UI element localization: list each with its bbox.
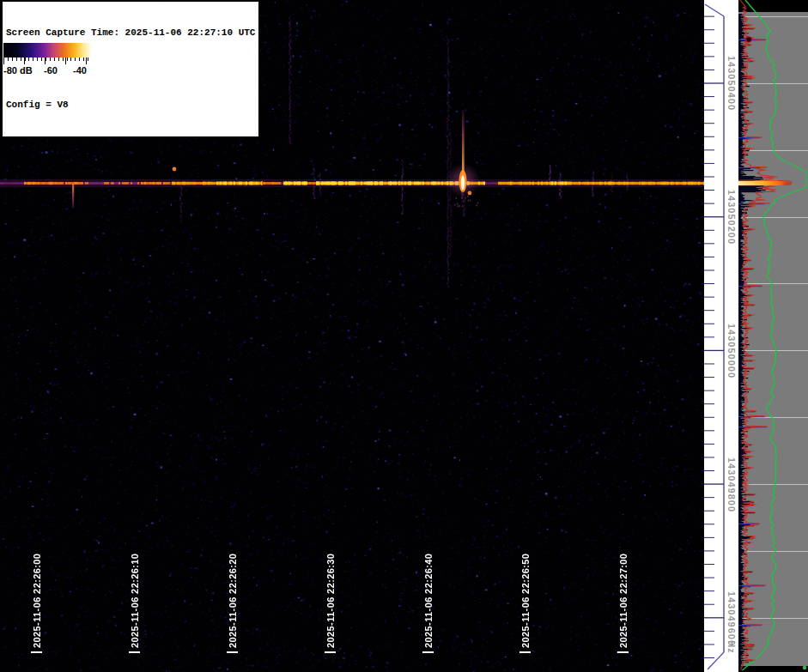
frequency-unit-label: Hz (726, 640, 737, 653)
frequency-tick-label: 143049800 (726, 457, 737, 512)
time-tick-label: 2025-11-06 22:26:30 (325, 554, 336, 648)
frequency-tick-label: 143050000 (726, 324, 737, 378)
time-tick-label: 2025-11-06 22:26:00 (32, 554, 42, 648)
colorbar-ruler-ticks (3, 58, 92, 64)
time-tick-label: 2025-11-06 22:26:40 (423, 554, 434, 648)
time-tick-mark (325, 651, 336, 653)
colorbar-label-mid: -60 (44, 65, 58, 76)
spectrogram-app-window: 2025-11-06 22:26:002025-11-06 22:26:1020… (0, 0, 808, 672)
colorbar-label-min: -80 dB (3, 65, 33, 76)
time-tick-mark (617, 651, 629, 653)
spectrum-panel-canvas (738, 0, 808, 672)
time-tick-mark (519, 651, 531, 653)
time-tick-mark (422, 651, 434, 653)
config-text: Config = V8 (6, 99, 255, 111)
time-tick-label: 2025-11-06 22:26:20 (228, 554, 238, 648)
colorbar-label-max: -40 (73, 65, 87, 76)
time-tick-label: 2025-11-06 22:26:10 (130, 554, 140, 648)
time-tick-label: 2025-11-06 22:26:50 (520, 554, 531, 648)
time-tick-label: 2025-11-06 22:27:00 (618, 554, 629, 648)
capture-time-text: Screen Capture Time: 2025-11-06 22:27:10… (6, 27, 255, 39)
time-tick-mark (129, 651, 140, 653)
colorbar-gradient (3, 43, 92, 58)
time-tick-mark (227, 651, 238, 653)
colorbar-legend: -80 dB -60 -40 (3, 42, 94, 80)
time-tick-mark (31, 651, 42, 653)
frequency-tick-label: 143050400 (726, 56, 737, 111)
colorbar-labels: -80 dB -60 -40 (3, 65, 94, 78)
frequency-tick-label: 143049600 (726, 591, 737, 646)
frequency-tick-label: 143050200 (726, 190, 737, 245)
